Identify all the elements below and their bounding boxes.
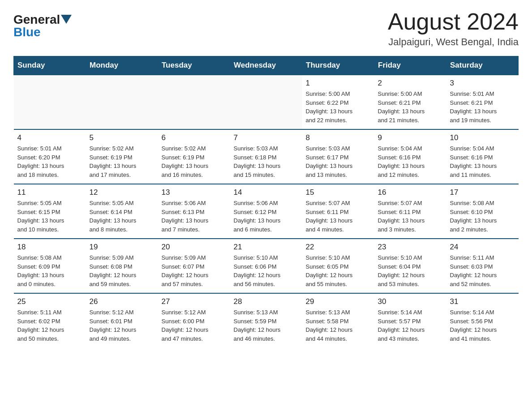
day-number: 22 [306, 243, 371, 252]
week-row-3: 11Sunrise: 5:05 AMSunset: 6:15 PMDayligh… [14, 184, 519, 239]
day-cell: 5Sunrise: 5:02 AMSunset: 6:19 PMDaylight… [86, 129, 158, 184]
day-number: 30 [378, 297, 443, 306]
day-info: Sunrise: 5:12 AMSunset: 6:01 PMDaylight:… [90, 308, 154, 343]
day-number: 13 [162, 188, 227, 197]
day-info: Sunrise: 5:03 AMSunset: 6:18 PMDaylight:… [234, 144, 299, 179]
week-row-1: 1Sunrise: 5:00 AMSunset: 6:22 PMDaylight… [14, 75, 519, 129]
day-cell: 8Sunrise: 5:03 AMSunset: 6:17 PMDaylight… [302, 129, 374, 184]
day-info: Sunrise: 5:05 AMSunset: 6:14 PMDaylight:… [90, 199, 154, 234]
day-number: 1 [306, 79, 371, 88]
weekday-header-tuesday: Tuesday [158, 56, 230, 75]
day-number: 10 [450, 133, 515, 142]
day-number: 19 [90, 243, 154, 252]
day-info: Sunrise: 5:11 AMSunset: 6:02 PMDaylight:… [17, 308, 82, 343]
day-cell: 24Sunrise: 5:11 AMSunset: 6:03 PMDayligh… [446, 239, 519, 293]
calendar-body: 1Sunrise: 5:00 AMSunset: 6:22 PMDaylight… [14, 75, 519, 347]
day-number: 21 [234, 243, 299, 252]
day-info: Sunrise: 5:02 AMSunset: 6:19 PMDaylight:… [90, 144, 154, 179]
day-cell: 27Sunrise: 5:12 AMSunset: 6:00 PMDayligh… [158, 293, 230, 347]
day-number: 4 [17, 133, 82, 142]
day-number: 16 [378, 188, 443, 197]
logo-general-text: General [13, 13, 60, 26]
day-cell: 22Sunrise: 5:10 AMSunset: 6:05 PMDayligh… [302, 239, 374, 293]
day-number: 3 [450, 79, 515, 88]
day-info: Sunrise: 5:06 AMSunset: 6:13 PMDaylight:… [162, 199, 227, 234]
day-cell: 14Sunrise: 5:06 AMSunset: 6:12 PMDayligh… [230, 184, 302, 239]
day-info: Sunrise: 5:12 AMSunset: 6:00 PMDaylight:… [162, 308, 227, 343]
logo-triangle-icon [61, 15, 72, 24]
day-cell: 1Sunrise: 5:00 AMSunset: 6:22 PMDaylight… [302, 75, 374, 129]
day-info: Sunrise: 5:09 AMSunset: 6:08 PMDaylight:… [90, 253, 154, 288]
day-cell: 28Sunrise: 5:13 AMSunset: 5:59 PMDayligh… [230, 293, 302, 347]
day-cell: 6Sunrise: 5:02 AMSunset: 6:19 PMDaylight… [158, 129, 230, 184]
day-number: 23 [378, 243, 443, 252]
day-cell: 12Sunrise: 5:05 AMSunset: 6:14 PMDayligh… [86, 184, 158, 239]
day-number: 9 [378, 133, 443, 142]
day-cell: 29Sunrise: 5:13 AMSunset: 5:58 PMDayligh… [302, 293, 374, 347]
day-info: Sunrise: 5:03 AMSunset: 6:17 PMDaylight:… [306, 144, 371, 179]
day-cell [158, 75, 230, 129]
weekday-header-friday: Friday [374, 56, 446, 75]
day-number: 15 [306, 188, 371, 197]
day-number: 2 [378, 79, 443, 88]
day-info: Sunrise: 5:11 AMSunset: 6:03 PMDaylight:… [450, 253, 515, 288]
day-cell: 19Sunrise: 5:09 AMSunset: 6:08 PMDayligh… [86, 239, 158, 293]
day-number: 28 [234, 297, 299, 306]
day-number: 7 [234, 133, 299, 142]
day-cell: 26Sunrise: 5:12 AMSunset: 6:01 PMDayligh… [86, 293, 158, 347]
day-number: 11 [17, 188, 82, 197]
day-number: 12 [90, 188, 154, 197]
day-info: Sunrise: 5:06 AMSunset: 6:12 PMDaylight:… [234, 199, 299, 234]
day-cell: 21Sunrise: 5:10 AMSunset: 6:06 PMDayligh… [230, 239, 302, 293]
day-cell: 17Sunrise: 5:08 AMSunset: 6:10 PMDayligh… [446, 184, 519, 239]
day-number: 24 [450, 243, 515, 252]
weekday-header-saturday: Saturday [446, 56, 519, 75]
page-header: General Blue August 2024 Jalpaiguri, Wes… [13, 9, 519, 48]
day-info: Sunrise: 5:01 AMSunset: 6:21 PMDaylight:… [450, 90, 515, 124]
day-cell: 2Sunrise: 5:00 AMSunset: 6:21 PMDaylight… [374, 75, 446, 129]
day-info: Sunrise: 5:00 AMSunset: 6:21 PMDaylight:… [378, 90, 443, 124]
subtitle: Jalpaiguri, West Bengal, India [388, 36, 519, 48]
day-info: Sunrise: 5:00 AMSunset: 6:22 PMDaylight:… [306, 90, 371, 124]
day-info: Sunrise: 5:04 AMSunset: 6:16 PMDaylight:… [450, 144, 515, 179]
day-info: Sunrise: 5:13 AMSunset: 5:59 PMDaylight:… [234, 308, 299, 343]
weekday-header-row: SundayMondayTuesdayWednesdayThursdayFrid… [14, 56, 519, 75]
day-number: 26 [90, 297, 154, 306]
day-info: Sunrise: 5:04 AMSunset: 6:16 PMDaylight:… [378, 144, 443, 179]
day-info: Sunrise: 5:13 AMSunset: 5:58 PMDaylight:… [306, 308, 371, 343]
day-info: Sunrise: 5:10 AMSunset: 6:04 PMDaylight:… [378, 253, 443, 288]
day-number: 20 [162, 243, 227, 252]
day-info: Sunrise: 5:10 AMSunset: 6:06 PMDaylight:… [234, 253, 299, 288]
day-cell: 15Sunrise: 5:07 AMSunset: 6:11 PMDayligh… [302, 184, 374, 239]
day-info: Sunrise: 5:10 AMSunset: 6:05 PMDaylight:… [306, 253, 371, 288]
day-number: 5 [90, 133, 154, 142]
day-info: Sunrise: 5:08 AMSunset: 6:10 PMDaylight:… [450, 199, 515, 234]
week-row-2: 4Sunrise: 5:01 AMSunset: 6:20 PMDaylight… [14, 129, 519, 184]
day-info: Sunrise: 5:02 AMSunset: 6:19 PMDaylight:… [162, 144, 227, 179]
week-row-4: 18Sunrise: 5:08 AMSunset: 6:09 PMDayligh… [14, 239, 519, 293]
day-cell [86, 75, 158, 129]
week-row-5: 25Sunrise: 5:11 AMSunset: 6:02 PMDayligh… [14, 293, 519, 347]
day-number: 6 [162, 133, 227, 142]
day-number: 27 [162, 297, 227, 306]
day-cell: 31Sunrise: 5:14 AMSunset: 5:56 PMDayligh… [446, 293, 519, 347]
day-cell: 23Sunrise: 5:10 AMSunset: 6:04 PMDayligh… [374, 239, 446, 293]
day-cell: 30Sunrise: 5:14 AMSunset: 5:57 PMDayligh… [374, 293, 446, 347]
day-info: Sunrise: 5:07 AMSunset: 6:11 PMDaylight:… [378, 199, 443, 234]
day-cell: 4Sunrise: 5:01 AMSunset: 6:20 PMDaylight… [14, 129, 86, 184]
logo: General Blue [13, 13, 72, 39]
day-cell: 13Sunrise: 5:06 AMSunset: 6:13 PMDayligh… [158, 184, 230, 239]
logo-blue-text: Blue [13, 25, 41, 39]
day-cell: 10Sunrise: 5:04 AMSunset: 6:16 PMDayligh… [446, 129, 519, 184]
weekday-header-thursday: Thursday [302, 56, 374, 75]
day-cell: 3Sunrise: 5:01 AMSunset: 6:21 PMDaylight… [446, 75, 519, 129]
day-cell: 18Sunrise: 5:08 AMSunset: 6:09 PMDayligh… [14, 239, 86, 293]
title-block: August 2024 Jalpaiguri, West Bengal, Ind… [388, 9, 519, 48]
day-info: Sunrise: 5:09 AMSunset: 6:07 PMDaylight:… [162, 253, 227, 288]
day-number: 18 [17, 243, 82, 252]
day-cell: 11Sunrise: 5:05 AMSunset: 6:15 PMDayligh… [14, 184, 86, 239]
weekday-header-wednesday: Wednesday [230, 56, 302, 75]
main-title: August 2024 [388, 9, 519, 34]
day-number: 8 [306, 133, 371, 142]
day-info: Sunrise: 5:14 AMSunset: 5:56 PMDaylight:… [450, 308, 515, 343]
